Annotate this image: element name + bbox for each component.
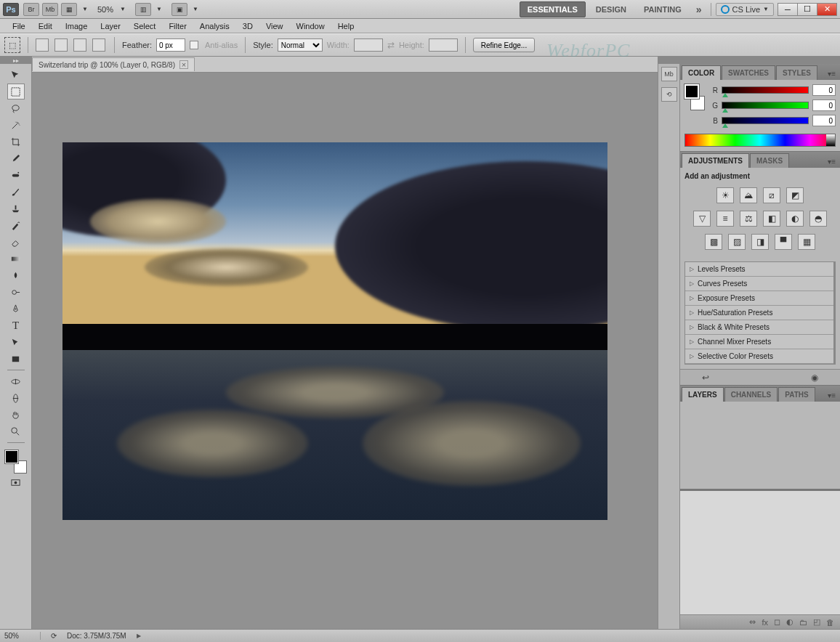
workspace-design[interactable]: DESIGN [589, 2, 634, 17]
tab-channels[interactable]: CHANNELS [724, 387, 778, 402]
bridge-button[interactable]: Br [23, 3, 39, 16]
tab-adjustments[interactable]: ADJUSTMENTS [682, 153, 749, 168]
menu-image[interactable]: Image [59, 20, 94, 32]
gradient-tool-icon[interactable] [7, 251, 25, 267]
menu-view[interactable]: View [259, 20, 290, 32]
collapse-tools-icon[interactable]: ▸▸ [0, 57, 31, 64]
preset-item[interactable]: Exposure Presets [685, 291, 833, 306]
panel-menu-icon[interactable]: ▾≡ [823, 389, 840, 402]
hand-tool-icon[interactable] [7, 407, 25, 423]
feather-input[interactable] [156, 38, 185, 52]
preset-item[interactable]: Black & White Presets [685, 320, 833, 335]
hue-sat-icon[interactable]: ≡ [716, 211, 734, 227]
panel-color-swatches[interactable] [684, 84, 705, 110]
workspace-essentials[interactable]: ESSENTIALS [520, 1, 586, 17]
menu-select[interactable]: Select [127, 20, 163, 32]
move-tool-icon[interactable] [7, 67, 25, 83]
menu-file[interactable]: File [6, 20, 32, 32]
link-layers-icon[interactable]: ⇔ [749, 617, 756, 627]
delete-layer-icon[interactable]: 🗑 [826, 618, 834, 627]
minibridge-panel-icon[interactable]: Mb [661, 67, 677, 81]
eraser-tool-icon[interactable] [7, 234, 25, 250]
color-swatches[interactable] [5, 450, 27, 474]
collapse-panels-icon[interactable] [680, 57, 840, 64]
cslive-button[interactable]: CS Live▼ [716, 3, 774, 16]
magic-wand-tool-icon[interactable] [7, 117, 25, 133]
menu-edit[interactable]: Edit [32, 20, 59, 32]
r-slider[interactable] [722, 86, 809, 94]
minibridge-button[interactable]: Mb [42, 3, 58, 16]
arrange-docs-button[interactable]: ▥ [135, 3, 151, 16]
g-slider[interactable] [722, 102, 809, 109]
history-panel-icon[interactable]: ⟲ [661, 87, 677, 102]
shape-tool-icon[interactable] [7, 351, 25, 367]
b-slider[interactable] [722, 117, 809, 124]
crop-tool-icon[interactable] [7, 134, 25, 150]
g-input[interactable] [812, 99, 836, 111]
blur-tool-icon[interactable] [7, 267, 25, 283]
close-button[interactable]: ✕ [817, 3, 837, 16]
tab-styles[interactable]: STYLES [776, 65, 817, 80]
menu-window[interactable]: Window [290, 20, 331, 32]
brightness-icon[interactable]: ☀ [716, 187, 734, 203]
preset-scrollbar[interactable] [834, 261, 836, 365]
status-zoom[interactable]: 50% [4, 632, 41, 640]
maximize-button[interactable]: ☐ [797, 3, 817, 16]
zoom-tool-icon[interactable] [7, 423, 25, 439]
quickmask-tool-icon[interactable] [7, 474, 25, 490]
color-balance-icon[interactable]: ⚖ [740, 211, 757, 227]
layers-list[interactable] [680, 402, 840, 489]
close-tab-icon[interactable]: × [179, 60, 188, 69]
new-selection-button[interactable] [36, 38, 49, 52]
document-image[interactable] [62, 142, 607, 520]
tab-paths[interactable]: PATHS [778, 387, 815, 402]
path-selection-tool-icon[interactable] [7, 334, 25, 350]
preset-item[interactable]: Selective Color Presets [685, 349, 833, 364]
dropdown-icon[interactable]: ▼ [190, 6, 201, 12]
clone-stamp-tool-icon[interactable] [7, 200, 25, 216]
layer-fx-icon[interactable]: fx [762, 618, 768, 627]
tab-layers[interactable]: LAYERS [682, 387, 724, 402]
photo-filter-icon[interactable]: ◐ [786, 211, 804, 227]
menu-layer[interactable]: Layer [94, 20, 127, 32]
workspace-more-icon[interactable]: » [696, 4, 700, 15]
b-input[interactable] [812, 115, 836, 126]
adj-clip-icon[interactable]: ◉ [811, 373, 818, 383]
menu-analysis[interactable]: Analysis [193, 20, 236, 32]
brush-tool-icon[interactable] [7, 184, 25, 200]
panel-menu-icon[interactable]: ▾≡ [823, 155, 840, 168]
exposure-icon[interactable]: ◩ [786, 187, 804, 203]
history-brush-tool-icon[interactable] [7, 217, 25, 233]
new-layer-icon[interactable]: ◰ [813, 617, 820, 627]
layer-mask-icon[interactable]: ◻ [774, 617, 780, 627]
canvas-viewport[interactable] [32, 73, 658, 629]
invert-icon[interactable]: ▩ [705, 234, 722, 250]
adj-return-icon[interactable]: ↩ [702, 373, 709, 383]
bw-icon[interactable]: ◧ [763, 211, 780, 227]
document-tab[interactable]: Switzerland trip @ 100% (Layer 0, RGB/8)… [32, 57, 195, 71]
color-spectrum[interactable] [684, 134, 836, 147]
current-tool-icon[interactable]: ⬚ [4, 37, 20, 53]
foreground-color-swatch[interactable] [5, 450, 18, 463]
3d-camera-tool-icon[interactable] [7, 390, 25, 406]
marquee-tool-icon[interactable] [7, 84, 25, 99]
panel-menu-icon[interactable]: ▾≡ [823, 68, 840, 80]
levels-icon[interactable]: ⛰ [740, 187, 757, 203]
screen-mode-button[interactable]: ▣ [171, 3, 187, 16]
subtract-selection-button[interactable] [73, 38, 86, 52]
add-selection-button[interactable] [54, 38, 68, 52]
eyedropper-tool-icon[interactable] [7, 150, 25, 166]
selective-color-icon[interactable]: ▦ [798, 234, 815, 250]
intersect-selection-button[interactable] [92, 38, 105, 52]
preset-item[interactable]: Levels Presets [685, 262, 833, 277]
curves-icon[interactable]: ⧄ [763, 187, 780, 203]
menu-3d[interactable]: 3D [236, 20, 259, 32]
preset-item[interactable]: Curves Presets [685, 277, 833, 291]
style-select[interactable]: Normal [278, 38, 323, 52]
pen-tool-icon[interactable] [7, 301, 25, 317]
posterize-icon[interactable]: ▨ [728, 234, 746, 250]
status-menu-icon[interactable]: ▶ [137, 633, 141, 639]
dropdown-icon[interactable]: ▼ [80, 6, 90, 12]
view-extras-button[interactable]: ▦ [61, 3, 77, 16]
vibrance-icon[interactable]: ▽ [693, 211, 711, 227]
